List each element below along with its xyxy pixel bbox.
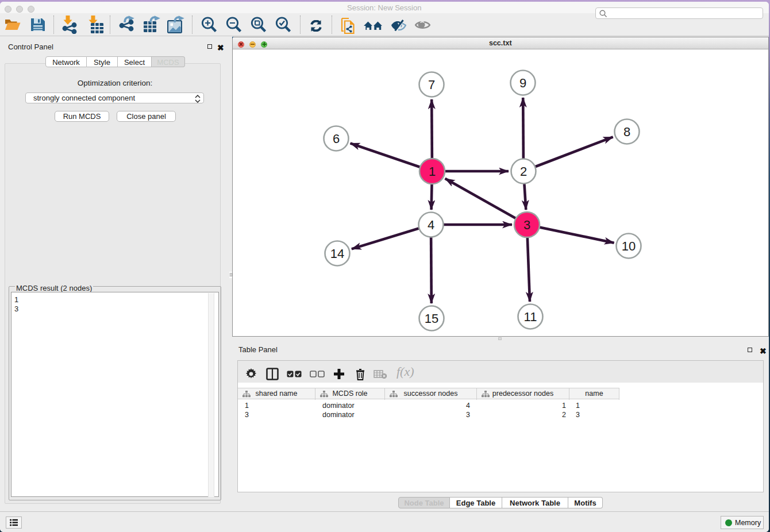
svg-text:4: 4 — [428, 218, 434, 232]
svg-text:9: 9 — [519, 76, 526, 90]
svg-text:11: 11 — [524, 310, 537, 324]
svg-text:6: 6 — [333, 132, 340, 146]
svg-text:15: 15 — [425, 311, 438, 326]
svg-text:8: 8 — [623, 125, 630, 139]
svg-text:1: 1 — [429, 164, 436, 179]
svg-text:14: 14 — [330, 246, 344, 261]
svg-text:2: 2 — [520, 164, 527, 179]
svg-text:7: 7 — [428, 78, 435, 92]
svg-text:3: 3 — [523, 218, 530, 232]
svg-text:10: 10 — [622, 239, 636, 253]
